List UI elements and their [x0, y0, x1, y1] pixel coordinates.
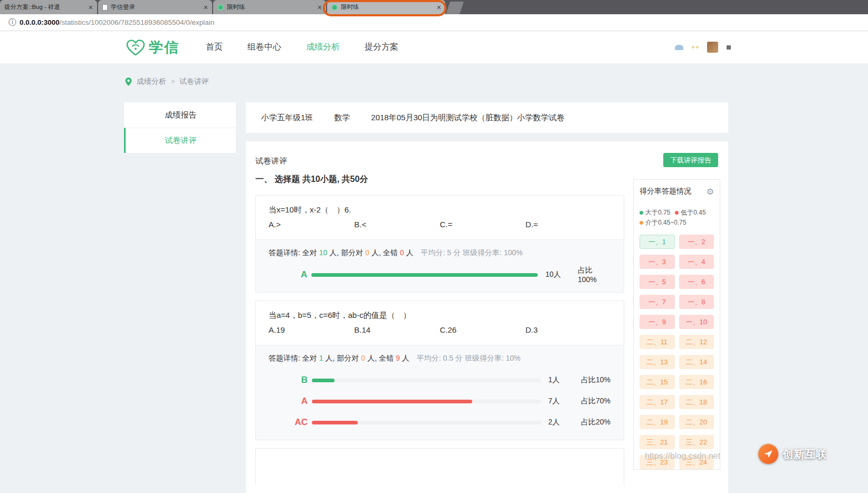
question-number-button[interactable]: 一、1 — [640, 235, 675, 249]
answer-bar-row: A 10人 占比100% — [269, 269, 611, 281]
exam-subject: 数学 — [334, 113, 350, 123]
question-body: 当x=10时，x-2（ ）6. A.> B.< C.= D.≈ — [256, 196, 624, 239]
count-all-wrong: 0 — [400, 248, 404, 257]
xuexin-logo-icon — [125, 38, 146, 56]
new-tab-button[interactable] — [446, 2, 464, 14]
detail-mid2: 人, 全错 — [367, 354, 394, 362]
green-dot-icon — [640, 211, 643, 215]
legend-item-low: 低于0.45 — [675, 208, 705, 218]
question-body: 当a=4，b=5，c=6时，ab-c的值是（ ） A.19 B.14 C.26 … — [256, 301, 624, 345]
close-icon[interactable]: × — [89, 4, 93, 11]
option-b: B.< — [354, 219, 440, 230]
nav-item-improvement-plan[interactable]: 提分方案 — [365, 42, 398, 53]
question-stats: 答题详情: 全对10人, 部分对0人, 全错0人平均分: 5 分 班级得分率: … — [256, 239, 624, 292]
question-number-button[interactable]: 二、11 — [640, 335, 675, 349]
logo-text: 学信 — [149, 38, 179, 57]
question-number-button[interactable]: 二、16 — [679, 375, 714, 389]
bar-track — [312, 421, 541, 424]
breadcrumb-level1[interactable]: 成绩分析 — [137, 77, 166, 86]
logo[interactable]: 学信 — [125, 38, 179, 57]
nav-item-score-analysis[interactable]: 成绩分析 — [306, 42, 340, 53]
header-right — [675, 31, 731, 63]
question-number-button[interactable]: 一、9 — [640, 315, 675, 329]
question-stem: 当x=10时，x-2（ ）6. — [269, 204, 611, 215]
count-partial: 0 — [365, 248, 369, 257]
question-stem: 当a=4，b=5，c=6时，ab-c的值是（ ） — [269, 310, 611, 321]
bar-count: 2人 — [548, 418, 576, 427]
question-number-button[interactable]: 二、12 — [679, 335, 714, 349]
option-c: C.= — [440, 219, 526, 230]
orange-dot-icon — [640, 221, 643, 225]
legend-item-high: 大于0.75 — [640, 208, 670, 218]
question-stats: 答题详情: 全对1人, 部分对0人, 全错9人平均分: 0.5 分 班级得分率:… — [256, 345, 624, 440]
question-number-button[interactable]: 一、2 — [679, 235, 714, 249]
option-c: C.26 — [440, 324, 526, 335]
question-number-button[interactable]: 一、8 — [679, 295, 714, 309]
question-number-button[interactable]: 二、13 — [640, 355, 675, 369]
question-number-button[interactable]: 一、7 — [640, 295, 675, 309]
url-host: 0.0.0.0:3000 — [20, 18, 60, 26]
document-favicon-icon — [102, 4, 108, 11]
section-title: 一、 选择题 共10小题, 共50分 — [255, 174, 624, 185]
avatar[interactable] — [707, 42, 718, 53]
bar-count: 7人 — [548, 397, 576, 406]
browser-tab-1[interactable]: 提分方案::Bug - 祥道 × — [0, 0, 97, 14]
paper-review-panel: 试卷讲评 下载讲评报告 一、 选择题 共10小题, 共50分 当x=10时，x-… — [246, 141, 728, 493]
info-icon[interactable]: ⓘ — [8, 17, 16, 27]
count-all-correct: 1 — [319, 354, 323, 362]
bar-count: 10人 — [545, 270, 572, 279]
map-pin-icon — [125, 78, 132, 86]
answer-letter: B — [269, 375, 308, 385]
answer-letter: A — [269, 269, 307, 280]
close-icon[interactable]: × — [204, 4, 208, 11]
question-number-button[interactable]: 二、15 — [640, 375, 675, 389]
question-number-button[interactable]: 二、14 — [679, 355, 714, 369]
question-number-button[interactable]: 一、3 — [640, 255, 675, 269]
question-number-button[interactable]: 二、19 — [640, 415, 675, 429]
question-number-button[interactable]: 三、21 — [640, 435, 675, 449]
bar-track — [312, 400, 541, 403]
menu-icon[interactable] — [727, 45, 731, 50]
option-a: A.19 — [269, 324, 354, 335]
question-options: A.19 B.14 C.26 D.3 — [269, 324, 611, 335]
question-number-button[interactable]: 二、20 — [679, 415, 714, 429]
browser-tab-3[interactable]: 限时练 × — [213, 0, 326, 14]
bar-fill — [312, 421, 358, 424]
app-header: 学信 首页 组卷中心 成绩分析 提分方案 — [0, 31, 868, 63]
url-bar[interactable]: ⓘ 0.0.0.0:3000/statistics/1002006/782551… — [0, 14, 868, 31]
score-legend: 大于0.75 低于0.45 介于0.45~0.75 — [640, 208, 714, 228]
answer-bars: B 1人 占比10% A 7人 占比70% — [269, 374, 611, 428]
main-nav: 首页 组卷中心 成绩分析 提分方案 — [206, 31, 398, 63]
download-report-button[interactable]: 下载讲评报告 — [663, 153, 718, 167]
exam-paper-title: 2018年05月30日为明测试学校（脏数据）小学数学试卷 — [371, 113, 565, 123]
nav-item-paper-center[interactable]: 组卷中心 — [247, 42, 281, 53]
notification-dots-icon — [692, 46, 699, 49]
question-card-2: 当a=4，b=5，c=6时，ab-c的值是（ ） A.19 B.14 C.26 … — [255, 301, 624, 440]
answer-bar-row: A 7人 占比70% — [269, 395, 611, 407]
question-number-button[interactable]: 二、17 — [640, 395, 675, 409]
legend-item-mid: 介于0.45~0.75 — [640, 218, 686, 228]
bar-fill — [312, 379, 335, 382]
question-number-button[interactable]: 三、22 — [679, 435, 714, 449]
close-icon[interactable]: × — [318, 4, 322, 11]
browser-tab-2[interactable]: 学信登录 × — [98, 0, 212, 14]
tab-title: 提分方案::Bug - 祥道 — [4, 3, 85, 11]
nav-item-home[interactable]: 首页 — [206, 42, 223, 53]
answer-bar-row: B 1人 占比10% — [269, 374, 611, 386]
sidebar-item-score-report[interactable]: 成绩报告 — [124, 102, 236, 128]
question-number-button[interactable]: 一、4 — [679, 255, 714, 269]
gear-icon[interactable]: ⚙ — [707, 187, 714, 197]
average-score-text: 平均分: 0.5 分 班级得分率: 10% — [417, 354, 521, 362]
breadcrumb: 成绩分析 > 试卷讲评 — [125, 77, 209, 86]
question-number-grid: 一、1 一、2 一、3 一、4 一、5 一、6 — [640, 235, 714, 469]
question-number-button[interactable]: 一、5 — [640, 275, 675, 289]
option-a: A.> — [269, 219, 354, 230]
option-b: B.14 — [354, 324, 440, 335]
question-number-button[interactable]: 一、10 — [679, 315, 714, 329]
url-text[interactable]: 0.0.0.0:3000/statistics/1002006/78255189… — [20, 18, 214, 26]
sidebar-item-paper-review[interactable]: 试卷讲评 — [124, 128, 236, 153]
detail-suffix: 人 — [406, 248, 414, 257]
question-number-button[interactable]: 一、6 — [679, 275, 714, 289]
question-number-button[interactable]: 二、18 — [679, 395, 714, 409]
report-sidebar: 成绩报告 试卷讲评 — [124, 102, 236, 153]
